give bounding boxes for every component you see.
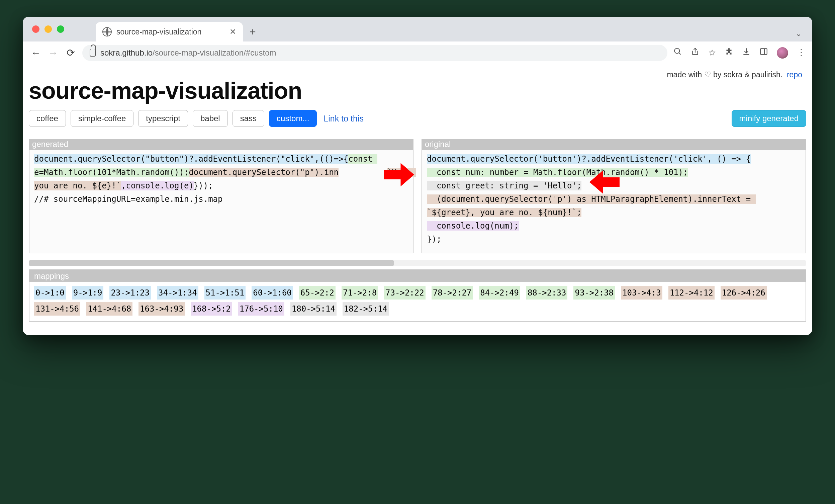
tabs-menu-icon[interactable]: ⌄: [796, 29, 801, 41]
generated-pane: generated document.querySelector("button…: [29, 146, 413, 253]
mapping-token[interactable]: 180->5:14: [290, 302, 337, 316]
gen-seg1: document.querySelector("button")?.addEve…: [34, 154, 348, 164]
orig-l5: `${greet}, you are no. ${num}!`;: [427, 208, 582, 217]
new-tab-button[interactable]: +: [249, 26, 256, 41]
preset-typescript-button[interactable]: typescript: [138, 110, 188, 127]
forward-button: →: [47, 47, 59, 59]
tab-title: source-map-visualization: [117, 27, 201, 37]
page-content: made with ♡ by sokra & paulirish. repo s…: [23, 64, 812, 335]
close-tab-icon[interactable]: ✕: [229, 27, 236, 37]
original-pane: original document.querySelector('button'…: [422, 146, 806, 253]
preset-simple-coffee-button[interactable]: simple-coffee: [70, 110, 134, 127]
credit-prefix: made with ♡ by: [667, 70, 723, 79]
mapping-token[interactable]: 65->2:2: [299, 286, 335, 300]
mapping-token[interactable]: 103->4:3: [621, 286, 663, 300]
orig-l4: (document.querySelector('p') as HTMLPara…: [427, 195, 756, 204]
mapping-token[interactable]: 78->2:27: [431, 286, 473, 300]
url-path: /source-map-visualization/#custom: [152, 48, 276, 57]
svg-line-1: [679, 53, 680, 54]
minimize-window-icon[interactable]: [44, 25, 52, 33]
horizontal-scrollbar[interactable]: [29, 260, 806, 266]
credit-authors: sokra & paulirish.: [724, 70, 782, 79]
bookmark-star-icon[interactable]: ☆: [708, 47, 716, 58]
orig-l3: const greet: string = 'Hello';: [427, 181, 582, 190]
mappings-title: mappings: [29, 270, 806, 282]
preset-custom-button[interactable]: custom...: [269, 110, 317, 127]
original-code[interactable]: document.querySelector('button')?.addEve…: [422, 146, 806, 253]
mapping-token[interactable]: 73->2:22: [384, 286, 426, 300]
extensions-icon[interactable]: [725, 47, 733, 58]
svg-point-0: [674, 48, 679, 53]
mapping-token[interactable]: 163->4:93: [139, 302, 185, 316]
orig-l7: });: [427, 235, 441, 244]
preset-sass-button[interactable]: sass: [232, 110, 264, 127]
profile-avatar[interactable]: [777, 47, 788, 59]
mapping-token[interactable]: 141->4:68: [86, 302, 133, 316]
gen-line2: //# sourceMappingURL=example.min.js.map: [34, 195, 223, 204]
preset-coffee-button[interactable]: coffee: [29, 110, 66, 127]
downloads-icon[interactable]: [742, 47, 751, 58]
generated-code[interactable]: document.querySelector("button")?.addEve…: [29, 146, 413, 213]
mappings-list[interactable]: 0->1:09->1:923->1:2334->1:3451->1:5160->…: [29, 282, 806, 321]
mapping-token[interactable]: 51->1:51: [204, 286, 246, 300]
mapping-token[interactable]: 131->4:56: [34, 302, 80, 316]
mapping-token[interactable]: 9->1:9: [72, 286, 104, 300]
page-title: source-map-visualization: [29, 77, 808, 104]
preset-babel-button[interactable]: babel: [193, 110, 228, 127]
browser-tab[interactable]: source-map-visualization ✕: [96, 22, 243, 41]
scrollbar-thumb[interactable]: [29, 260, 394, 266]
orig-l1: document.querySelector('button')?.addEve…: [427, 154, 751, 164]
search-icon[interactable]: [673, 47, 682, 58]
share-icon[interactable]: [691, 47, 699, 58]
mapping-token[interactable]: 84->2:49: [479, 286, 520, 300]
mapping-token[interactable]: 60->1:60: [251, 286, 293, 300]
mapping-token[interactable]: 93->2:38: [573, 286, 615, 300]
browser-window: source-map-visualization ✕ + ⌄ ← → ⟳ sok…: [23, 17, 812, 335]
url-domain: sokra.github.io: [100, 48, 152, 57]
tab-bar: source-map-visualization ✕ + ⌄: [23, 17, 812, 41]
mapping-token[interactable]: 112->4:12: [668, 286, 715, 300]
orig-l2: const num: number = Math.floor(Math.rand…: [427, 168, 688, 177]
minify-generated-button[interactable]: minify generated: [732, 110, 806, 127]
code-panes: generated document.querySelector("button…: [27, 132, 808, 253]
mapping-token[interactable]: 182->5:14: [343, 302, 389, 316]
mappings-pane: mappings 0->1:09->1:923->1:2334->1:3451-…: [29, 269, 806, 322]
link-to-this[interactable]: Link to this: [324, 114, 364, 123]
globe-icon: [102, 27, 112, 37]
back-button[interactable]: ←: [30, 47, 41, 59]
gen-seg6: }));: [194, 181, 213, 190]
window-controls: [32, 25, 64, 33]
close-window-icon[interactable]: [32, 25, 39, 33]
menu-icon[interactable]: ⋮: [797, 47, 805, 58]
mapping-token[interactable]: 34->1:34: [157, 286, 198, 300]
reload-button[interactable]: ⟳: [65, 47, 76, 59]
preset-controls: coffee simple-coffee typescript babel sa…: [27, 108, 808, 132]
browser-toolbar: ← → ⟳ sokra.github.io/source-map-visuali…: [23, 41, 812, 64]
mapping-token[interactable]: 71->2:8: [342, 286, 378, 300]
panel-icon[interactable]: [759, 47, 768, 58]
svg-rect-2: [760, 48, 767, 54]
mapping-token[interactable]: 0->1:0: [34, 286, 66, 300]
orig-l6: console.log(num);: [427, 221, 519, 230]
mapping-token[interactable]: 176->5:10: [238, 302, 284, 316]
gen-seg5: ,console.log(e): [121, 181, 194, 190]
maximize-window-icon[interactable]: [57, 25, 64, 33]
mapping-token[interactable]: 88->2:33: [526, 286, 568, 300]
mapping-token[interactable]: 23->1:23: [109, 286, 151, 300]
mapping-token[interactable]: 126->4:26: [720, 286, 767, 300]
mapping-token[interactable]: 168->5:2: [191, 302, 232, 316]
gen-seg3: document.querySelector("p").inn: [189, 168, 339, 177]
address-bar[interactable]: sokra.github.io/source-map-visualization…: [82, 45, 667, 61]
repo-link[interactable]: repo: [787, 70, 802, 79]
lock-icon: [90, 49, 96, 57]
toolbar-icons: ☆ ⋮: [673, 47, 805, 59]
